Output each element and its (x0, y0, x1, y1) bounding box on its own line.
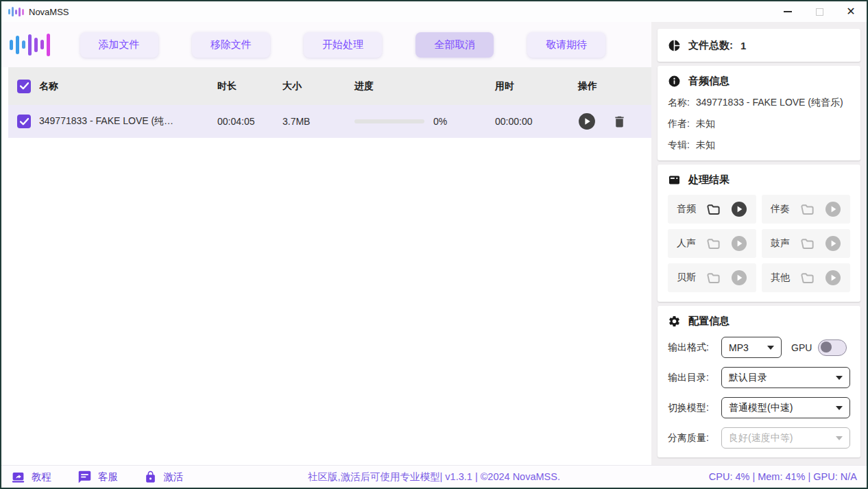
open-folder-button[interactable] (706, 202, 721, 217)
result-label: 人声 (677, 237, 696, 250)
play-result-button[interactable] (731, 201, 747, 217)
add-files-button[interactable]: 添加文件 (80, 32, 158, 58)
audio-album-label: 专辑: (668, 139, 690, 152)
play-result-button-disabled (731, 270, 747, 286)
play-result-button-disabled (825, 235, 841, 252)
model-row: 切换模型: 普通模型(中速) (668, 397, 850, 418)
config-card: 配置信息 输出格式: MP3 GPU 输出目录: (658, 306, 860, 457)
app-window: NovaMSS ✕ 添加文件 移除文件 开始处理 全部取消 敬请期待 (0, 0, 868, 489)
play-result-button-disabled (825, 201, 841, 217)
status-bar: 社区版,激活后可使用专业模型| v1.3.1 | ©2024 NovaMSS. … (1, 465, 867, 488)
main-panel: 添加文件 移除文件 开始处理 全部取消 敬请期待 名称 时长 大小 (1, 22, 651, 465)
support-label: 客服 (98, 470, 118, 484)
quality-row: 分离质量: 良好(速度中等) (668, 427, 850, 449)
audio-album-value: 未知 (696, 139, 715, 152)
select-all-checkbox[interactable] (17, 80, 31, 93)
tutorial-label: 教程 (32, 470, 51, 484)
file-table: 名称 时长 大小 进度 用时 操作 349771833 - FAKE LOVE … (8, 67, 651, 138)
result-item-other: 其他 (762, 263, 850, 292)
chat-icon (77, 470, 92, 484)
output-dir-select[interactable]: 默认目录 (721, 367, 850, 388)
results-icon (668, 174, 681, 187)
audio-info-title: 音频信息 (688, 75, 730, 88)
start-processing-button[interactable]: 开始处理 (304, 32, 382, 58)
output-format-label: 输出格式: (668, 342, 721, 354)
cancel-all-button[interactable]: 全部取消 (415, 32, 494, 58)
output-format-row: 输出格式: MP3 GPU (668, 337, 850, 358)
quality-value: 良好(速度中等) (729, 432, 793, 444)
toolbar: 添加文件 移除文件 开始处理 全部取消 敬请期待 (1, 22, 651, 67)
delete-button[interactable] (612, 115, 627, 129)
result-label: 音频 (677, 203, 696, 215)
remove-files-button[interactable]: 移除文件 (192, 32, 270, 58)
file-total-label: 文件总数: (688, 39, 733, 52)
play-result-button-disabled (731, 235, 747, 252)
model-select[interactable]: 普通模型(中速) (721, 397, 850, 418)
quality-select: 良好(速度中等) (721, 427, 850, 449)
chevron-down-icon (836, 376, 843, 380)
play-icon (825, 270, 841, 286)
file-time-used: 00:00:00 (495, 116, 567, 127)
file-total-value: 1 (740, 40, 746, 51)
result-item-vocals: 人声 (668, 229, 756, 258)
play-icon (825, 235, 841, 252)
coming-soon-button[interactable]: 敬请期待 (527, 32, 605, 58)
header-progress: 进度 (354, 80, 495, 93)
result-label: 贝斯 (677, 272, 696, 284)
table-header: 名称 时长 大小 进度 用时 操作 (8, 67, 651, 105)
play-icon (731, 235, 747, 252)
table-row[interactable]: 349771833 - FAKE LOVE (纯… 00:04:05 3.7MB… (8, 105, 651, 138)
minimize-button[interactable] (772, 1, 804, 22)
tutorial-icon (11, 470, 25, 484)
toggle-knob (821, 342, 832, 353)
audio-artist-value: 未知 (696, 118, 715, 130)
results-title: 处理结果 (688, 174, 730, 187)
output-format-select[interactable]: MP3 (721, 337, 782, 358)
header-time-used: 用时 (495, 80, 567, 93)
play-button[interactable] (578, 112, 596, 130)
file-duration: 00:04:05 (217, 116, 282, 127)
gpu-label: GPU (791, 342, 812, 353)
minimize-icon (784, 11, 792, 12)
result-label: 伴奏 (771, 203, 790, 215)
progress-bar (354, 119, 424, 123)
play-result-button-disabled (825, 270, 841, 286)
titlebar: NovaMSS ✕ (1, 1, 867, 22)
result-label: 其他 (771, 272, 790, 284)
open-folder-button-disabled (706, 236, 721, 252)
output-dir-row: 输出目录: 默认目录 (668, 367, 850, 388)
result-item-accompaniment: 伴奏 (762, 195, 850, 224)
open-folder-button-disabled (799, 202, 815, 217)
model-value: 普通模型(中速) (729, 402, 793, 414)
audio-artist-field: 作者: 未知 (668, 118, 850, 130)
chevron-down-icon (767, 346, 774, 350)
output-dir-value: 默认目录 (729, 372, 767, 384)
gpu-toggle[interactable] (818, 339, 847, 356)
audio-album-field: 专辑: 未知 (668, 139, 850, 152)
file-size: 3.7MB (282, 116, 354, 127)
table-empty-area (1, 138, 651, 465)
chevron-down-icon (836, 436, 843, 440)
support-link[interactable]: 客服 (77, 470, 118, 484)
config-title: 配置信息 (688, 315, 730, 328)
app-icon-waveform (8, 6, 24, 17)
maximize-icon (816, 8, 823, 16)
result-item-bass: 贝斯 (668, 263, 756, 292)
file-name: 349771833 - FAKE LOVE (纯… (39, 115, 217, 128)
model-label: 切换模型: (668, 402, 721, 414)
close-button[interactable]: ✕ (835, 1, 867, 22)
result-item-drums: 鼓声 (762, 229, 850, 258)
pie-chart-icon (668, 39, 681, 52)
audio-name-value: 349771833 - FAKE LOVE (纯音乐) (696, 97, 843, 109)
activate-link[interactable]: 激活 (144, 470, 183, 484)
audio-name-field: 名称: 349771833 - FAKE LOVE (纯音乐) (668, 97, 850, 109)
row-checkbox[interactable] (17, 115, 31, 128)
folder-icon (706, 202, 721, 217)
folder-icon (799, 270, 815, 286)
play-icon (731, 270, 747, 286)
header-size: 大小 (282, 80, 354, 93)
audio-name-label: 名称: (668, 97, 690, 109)
maximize-button[interactable] (804, 1, 835, 22)
chevron-down-icon (836, 406, 843, 410)
tutorial-link[interactable]: 教程 (11, 470, 51, 484)
